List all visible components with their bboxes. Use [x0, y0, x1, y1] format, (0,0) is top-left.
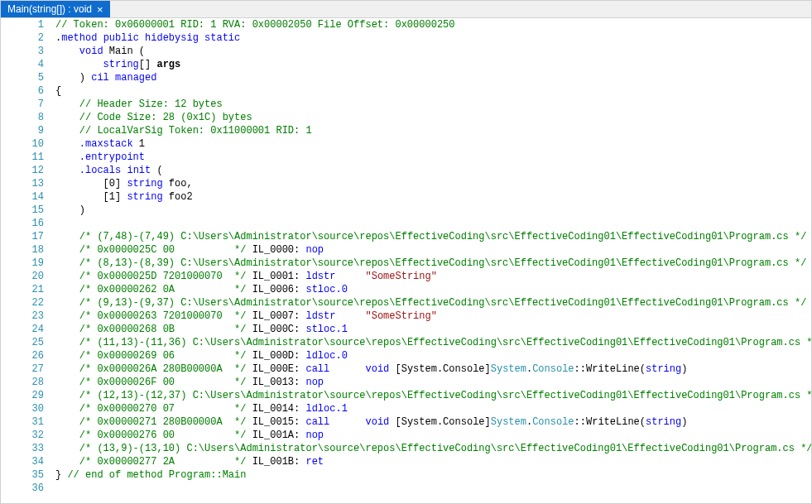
code-line[interactable]: void Main (: [55, 45, 811, 58]
code-line[interactable]: .locals init (: [55, 164, 811, 177]
line-number: 28: [1, 376, 44, 389]
line-number: 17: [1, 230, 44, 243]
line-number: 3: [1, 45, 44, 58]
code-line[interactable]: /* (11,13)-(11,36) C:\Users\Administrato…: [55, 336, 811, 349]
code-line[interactable]: [55, 217, 811, 230]
code-line[interactable]: /* 0x00000262 0A */ IL_0006: stloc.0: [55, 283, 811, 296]
line-number: 20: [1, 270, 44, 283]
code-line[interactable]: /* 0x00000269 06 */ IL_000D: ldloc.0: [55, 349, 811, 362]
line-number: 27: [1, 362, 44, 376]
line-number: 10: [1, 137, 44, 151]
line-number: 31: [1, 415, 44, 429]
code-line[interactable]: ) cil managed: [55, 71, 811, 84]
line-number: 21: [1, 283, 44, 296]
code-line[interactable]: /* 0x00000268 0B */ IL_000C: stloc.1: [55, 323, 811, 336]
code-line[interactable]: string[] args: [55, 58, 811, 71]
code-line[interactable]: /* 0x00000277 2A */ IL_001B: ret: [55, 455, 811, 468]
line-number: 4: [1, 58, 44, 71]
line-number: 32: [1, 429, 44, 442]
line-number: 30: [1, 402, 44, 415]
code-line[interactable]: /* 0x0000026A 280B00000A */ IL_000E: cal…: [55, 362, 811, 376]
line-number: 34: [1, 455, 44, 468]
line-number: 26: [1, 349, 44, 362]
code-line[interactable]: .entrypoint: [55, 151, 811, 164]
code-line[interactable]: .method public hidebysig static: [55, 31, 811, 45]
line-number: 2: [1, 31, 44, 45]
line-number: 6: [1, 84, 44, 98]
code-area[interactable]: // Token: 0x06000001 RID: 1 RVA: 0x00002…: [52, 18, 811, 503]
code-line[interactable]: {: [55, 84, 811, 98]
line-number: 7: [1, 98, 44, 111]
line-number: 29: [1, 389, 44, 402]
code-line[interactable]: /* 0x0000026F 00 */ IL_0013: nop: [55, 376, 811, 389]
line-number: 14: [1, 190, 44, 204]
line-number: 22: [1, 296, 44, 310]
code-editor[interactable]: 1234567891011121314151617181920212223242…: [1, 18, 811, 503]
line-number: 19: [1, 257, 44, 270]
line-number: 33: [1, 442, 44, 455]
code-line[interactable]: /* (7,48)-(7,49) C:\Users\Administrator\…: [55, 230, 811, 243]
line-number: 9: [1, 124, 44, 137]
code-line[interactable]: // Code Size: 28 (0x1C) bytes: [55, 111, 811, 124]
line-number: 36: [1, 482, 44, 495]
code-line[interactable]: /* 0x0000025D 7201000070 */ IL_0001: lds…: [55, 270, 811, 283]
line-number: 12: [1, 164, 44, 177]
line-number: 24: [1, 323, 44, 336]
code-line[interactable]: /* 0x00000271 280B00000A */ IL_0015: cal…: [55, 415, 811, 429]
code-line[interactable]: [0] string foo,: [55, 177, 811, 190]
code-line[interactable]: /* (13,9)-(13,10) C:\Users\Administrator…: [55, 442, 811, 455]
line-number: 25: [1, 336, 44, 349]
code-line[interactable]: /* 0x00000270 07 */ IL_0014: ldloc.1: [55, 402, 811, 415]
line-number: 11: [1, 151, 44, 164]
code-line[interactable]: /* 0x0000025C 00 */ IL_0000: nop: [55, 243, 811, 257]
code-line[interactable]: [55, 482, 811, 495]
line-number: 23: [1, 310, 44, 323]
line-number: 15: [1, 204, 44, 217]
line-number: 35: [1, 468, 44, 482]
line-number: 8: [1, 111, 44, 124]
code-line[interactable]: // LocalVarSig Token: 0x11000001 RID: 1: [55, 124, 811, 137]
code-line[interactable]: // Token: 0x06000001 RID: 1 RVA: 0x00002…: [55, 18, 811, 31]
code-line[interactable]: ): [55, 204, 811, 217]
code-line[interactable]: /* (8,13)-(8,39) C:\Users\Administrator\…: [55, 257, 811, 270]
line-number: 13: [1, 177, 44, 190]
code-line[interactable]: // Header Size: 12 bytes: [55, 98, 811, 111]
code-line[interactable]: /* 0x00000263 7201000070 */ IL_0007: lds…: [55, 310, 811, 323]
code-line[interactable]: /* 0x00000276 00 */ IL_001A: nop: [55, 429, 811, 442]
code-line[interactable]: [1] string foo2: [55, 190, 811, 204]
code-line[interactable]: } // end of method Program::Main: [55, 468, 811, 482]
line-number: 16: [1, 217, 44, 230]
line-number: 18: [1, 243, 44, 257]
code-line[interactable]: .maxstack 1: [55, 137, 811, 151]
code-line[interactable]: /* (9,13)-(9,37) C:\Users\Administrator\…: [55, 296, 811, 310]
line-number-gutter: 1234567891011121314151617181920212223242…: [1, 18, 52, 503]
tab-bar: Main(string[]) : void ×: [1, 1, 811, 18]
line-number: 5: [1, 71, 44, 84]
tab-active[interactable]: Main(string[]) : void ×: [1, 1, 110, 17]
close-icon[interactable]: ×: [97, 4, 103, 15]
line-number: 1: [1, 18, 44, 31]
code-line[interactable]: /* (12,13)-(12,37) C:\Users\Administrato…: [55, 389, 811, 402]
tab-title: Main(string[]) : void: [7, 3, 92, 15]
